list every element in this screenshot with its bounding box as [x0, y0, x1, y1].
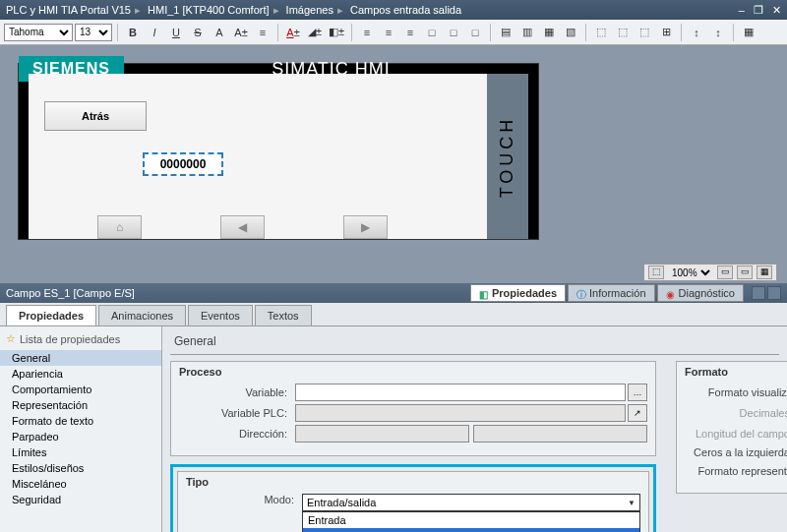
propcat-general[interactable]: General [0, 350, 161, 366]
property-category-list: Lista de propiedades General Apariencia … [0, 326, 162, 532]
inspector-expand-icon[interactable] [767, 286, 781, 300]
screen-editor-canvas[interactable]: SIEMENS SIMATIC HMI Atrás 0000000 ⌂ ◀ ▶ … [0, 45, 787, 283]
order-d[interactable]: ▧ [561, 23, 580, 42]
inspector-tab-properties[interactable]: Propiedades [470, 284, 566, 302]
prop-body-heading: General [170, 332, 779, 355]
modo-option-entrada[interactable]: Entrada [303, 512, 639, 528]
info-icon [576, 288, 586, 298]
tipo-group: Tipo Modo: Entrada/salida ▼ Entrada [177, 471, 649, 532]
proceso-group: Proceso Variable: … Variable PLC: ↗ Dire… [170, 361, 656, 456]
valign-top-button[interactable]: □ [422, 23, 442, 42]
variable-plc-link-button[interactable]: ↗ [628, 404, 647, 422]
propcat-representacion[interactable]: Representación [0, 397, 161, 413]
zoom-fit-icon[interactable]: ⬚ [648, 266, 664, 279]
propcat-apariencia[interactable]: Apariencia [0, 366, 161, 382]
inspector-tab-info[interactable]: Información [568, 284, 654, 302]
decimales-label: Decimales: [685, 407, 787, 419]
line-tool[interactable]: ≡ [253, 23, 272, 42]
bold-button[interactable]: B [123, 23, 143, 42]
io-field-selected[interactable]: 0000000 [143, 152, 223, 176]
border-color-button[interactable]: ◧± [327, 23, 346, 42]
propcat-comportamiento[interactable]: Comportamiento [0, 382, 161, 397]
modo-label: Modo: [186, 494, 294, 505]
order-a[interactable]: ▤ [496, 23, 515, 42]
properties-icon [479, 288, 489, 298]
back-button[interactable]: Atrás [44, 101, 147, 131]
ceros-label: Ceros a la izquierda: [685, 446, 787, 458]
font-tool-a[interactable]: A [210, 23, 229, 42]
property-list-header: Lista de propiedades [0, 330, 161, 347]
variable-plc-input [295, 404, 626, 422]
direccion-type-input [473, 425, 647, 443]
direccion-label: Dirección: [179, 428, 287, 440]
formato-group: Formato Formato visualiz.: Decimal Decim… [676, 361, 787, 494]
strike-button[interactable]: S [188, 23, 208, 42]
zoom-control[interactable]: ⬚ 100% ▭ ▭ ▦ [643, 264, 777, 281]
window-minimize-icon[interactable]: – [739, 4, 745, 16]
selected-object-title: Campo ES_1 [Campo E/S] [6, 287, 470, 299]
touch-strip: TOUCH [487, 74, 528, 239]
variable-plc-label: Variable PLC: [179, 407, 287, 419]
nav-home-button[interactable]: ⌂ [97, 215, 142, 239]
inspector-tab-diag[interactable]: Diagnóstico [657, 284, 744, 302]
variable-label: Variable: [179, 386, 287, 398]
subtab-animations[interactable]: Animaciones [98, 305, 186, 325]
variable-input[interactable] [295, 384, 626, 401]
italic-button[interactable]: I [145, 23, 164, 42]
align-center-button[interactable]: ≡ [379, 23, 398, 42]
propcat-formato-texto[interactable]: Formato de texto [0, 413, 161, 429]
represent-label: Formato represent.: [685, 465, 787, 477]
valign-mid-button[interactable]: □ [444, 23, 463, 42]
propcat-parpadeo[interactable]: Parpadeo [0, 429, 161, 444]
subtab-texts[interactable]: Textos [255, 305, 312, 325]
hmi-device-frame: SIEMENS SIMATIC HMI Atrás 0000000 ⌂ ◀ ▶ … [18, 63, 539, 240]
zoom-tool-c[interactable]: ▦ [757, 266, 772, 279]
font-select[interactable]: Tahoma [4, 24, 73, 41]
size-button[interactable]: ⬚ [635, 23, 654, 42]
window-restore-icon[interactable]: ❐ [754, 4, 763, 16]
longitud-label: Longitud del campo: [685, 428, 787, 440]
align-left-button[interactable]: ≡ [357, 23, 377, 42]
modo-option-entrada-salida[interactable]: Entrada/salida [303, 528, 639, 532]
font-size-select[interactable]: 13 [75, 24, 112, 41]
order-c[interactable]: ▦ [539, 23, 559, 42]
underline-button[interactable]: U [166, 23, 186, 42]
dist-h-button[interactable]: ⬚ [591, 23, 611, 42]
nav-button-row: ⌂ ◀ ▶ [97, 215, 388, 239]
tipo-highlight-box: Tipo Modo: Entrada/salida ▼ Entrada [170, 464, 656, 532]
propcat-estilos[interactable]: Estilos/diseños [0, 460, 161, 476]
propcat-miscelaneo[interactable]: Misceláneo [0, 476, 161, 492]
chevron-down-icon: ▼ [628, 499, 636, 507]
zoom-tool-a[interactable]: ▭ [717, 266, 733, 279]
hmi-screen[interactable]: Atrás 0000000 ⌂ ◀ ▶ [29, 74, 487, 239]
valign-bot-button[interactable]: □ [465, 23, 485, 42]
propcat-seguridad[interactable]: Seguridad [0, 492, 161, 507]
direccion-input [295, 425, 469, 443]
font-color-button[interactable]: A± [283, 23, 303, 42]
layer-up-button[interactable]: ↕ [687, 23, 706, 42]
nav-right-button[interactable]: ▶ [343, 215, 388, 239]
inspector-collapse-icon[interactable] [752, 286, 765, 300]
font-tool-b[interactable]: A± [231, 23, 251, 42]
fill-color-button[interactable]: ◢± [305, 23, 325, 42]
layer-dn-button[interactable]: ↕ [708, 23, 728, 42]
group-button[interactable]: ⊞ [656, 23, 676, 42]
align-right-button[interactable]: ≡ [400, 23, 420, 42]
window-close-icon[interactable]: ✕ [772, 4, 781, 16]
propcat-limites[interactable]: Límites [0, 444, 161, 460]
breadcrumb: PLC y HMI TIA Portal V15▸ HMI_1 [KTP400 … [6, 4, 461, 17]
variable-browse-button[interactable]: … [628, 384, 647, 401]
zoom-tool-b[interactable]: ▭ [737, 266, 753, 279]
nav-left-button[interactable]: ◀ [220, 215, 265, 239]
visualiz-label: Formato visualiz.: [685, 386, 787, 398]
subtab-properties[interactable]: Propiedades [6, 305, 96, 325]
modo-dropdown[interactable]: Entrada/salida ▼ Entrada Entrada/salida … [302, 494, 640, 511]
subtab-events[interactable]: Eventos [188, 305, 253, 325]
diagnostic-icon [666, 288, 676, 298]
zoom-select[interactable]: 100% [668, 266, 713, 279]
grid-toggle-button[interactable]: ▦ [739, 23, 758, 42]
order-b[interactable]: ▥ [517, 23, 537, 42]
dist-v-button[interactable]: ⬚ [613, 23, 633, 42]
format-toolbar: Tahoma 13 B I U S A A± ≡ A± ◢± ◧± ≡ ≡ ≡ … [0, 20, 787, 45]
